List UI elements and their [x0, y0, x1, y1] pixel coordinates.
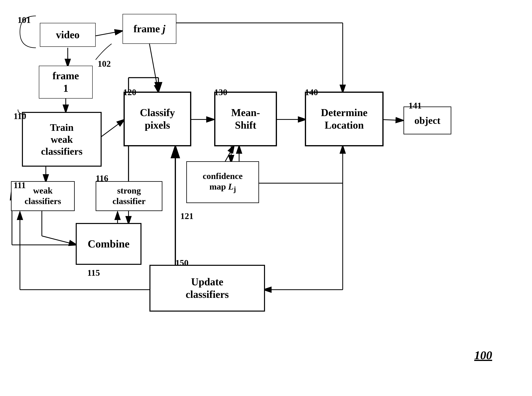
frame-j-box: frame j [123, 14, 176, 44]
frame-1-box: frame1 [39, 66, 93, 99]
strong-classifier-box: strongclassifier [96, 181, 162, 211]
ref-150: 150 [175, 258, 189, 268]
ref-121: 121 [180, 211, 194, 221]
bracket-110 [8, 105, 32, 117]
ref-120: 120 [123, 87, 136, 97]
train-weak-classifiers-box: Trainweakclassifiers [22, 112, 102, 167]
classify-label: Classifypixels [140, 106, 175, 131]
frame-1-label: frame1 [53, 70, 79, 95]
classify-pixels-box: Classifypixels [124, 92, 191, 146]
ref-115: 115 [87, 268, 100, 278]
confidence-map-box: confidencemap Lj [186, 161, 259, 203]
determine-location-label: DetermineLocation [321, 106, 368, 131]
diagram: video frame j frame1 Trainweakclassifier… [0, 0, 532, 396]
diagram-arrows [0, 0, 532, 396]
bracket-101 [12, 12, 44, 52]
ref-140: 140 [305, 87, 318, 97]
frame-j-label: frame j [134, 23, 165, 35]
ref-111: 111 [13, 180, 26, 190]
svg-line-14 [42, 236, 77, 245]
object-box: object [403, 106, 451, 134]
update-classifiers-box: Updateclassifiers [149, 265, 265, 312]
svg-line-23 [224, 145, 234, 163]
update-classifiers-label: Updateclassifiers [186, 276, 229, 301]
combine-box: Combine [76, 223, 142, 265]
ref-116: 116 [96, 173, 108, 183]
strong-classifier-label: strongclassifier [112, 186, 145, 207]
svg-line-24 [224, 145, 234, 163]
weak-classifiers-label: weakclassifiers [24, 186, 61, 207]
ref-141: 141 [408, 100, 422, 111]
svg-line-5 [149, 44, 158, 93]
ref-100: 100 [474, 348, 492, 362]
mean-shift-box: Mean-Shift [214, 92, 277, 146]
object-label: object [414, 115, 441, 126]
video-label: video [56, 29, 79, 41]
svg-line-2 [96, 31, 123, 36]
combine-label: Combine [88, 238, 130, 250]
confidence-map-label: confidencemap Lj [203, 171, 242, 193]
train-weak-label: Trainweakclassifiers [41, 122, 83, 157]
mean-shift-label: Mean-Shift [231, 106, 260, 131]
ref-130: 130 [214, 87, 227, 97]
determine-location-box: DetermineLocation [305, 92, 384, 146]
svg-line-8 [98, 119, 124, 139]
bracket-102 [84, 38, 124, 64]
